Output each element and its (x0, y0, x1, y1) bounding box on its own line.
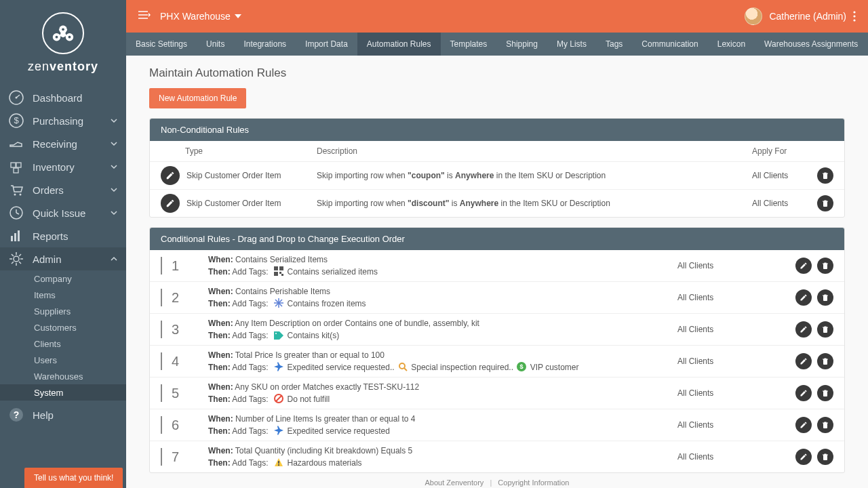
edit-button[interactable] (795, 417, 812, 433)
feedback-button[interactable]: Tell us what you think! (24, 468, 123, 488)
sidebar-sub-suppliers[interactable]: Suppliers (0, 303, 126, 319)
delete-button[interactable] (817, 385, 833, 401)
cond-row[interactable]: 4When: Total Price Is greater than or eq… (150, 346, 844, 378)
cond-apply: All Clients (677, 325, 786, 334)
drag-handle[interactable]: 7 (161, 448, 208, 466)
nc-type: Skip Customer Order Item (161, 194, 317, 213)
tab-tags[interactable]: Tags (596, 33, 632, 56)
warehouse-label: PHX Warehouse (160, 11, 231, 22)
drag-handle[interactable]: 6 (161, 416, 208, 434)
svg-rect-23 (18, 230, 20, 241)
nc-panel: Non-Conditional Rules Type Description A… (149, 118, 845, 218)
edit-button[interactable] (795, 385, 812, 401)
delete-button[interactable] (817, 195, 833, 211)
delete-button[interactable] (817, 417, 833, 433)
sidebar-sub-company[interactable]: Company (0, 270, 126, 287)
cond-row[interactable]: 6When: Number of Line Items Is greater t… (150, 409, 844, 441)
svg-line-30 (19, 262, 21, 264)
topbar: PHX Warehouse Catherine (Admin) (126, 0, 868, 33)
brand-name: zenventory (28, 60, 98, 74)
delete-button[interactable] (817, 321, 833, 338)
delete-button[interactable] (817, 258, 833, 274)
tab-integrations[interactable]: Integrations (234, 33, 296, 56)
edit-button[interactable] (795, 258, 812, 274)
cond-row[interactable]: 5When: Any SKU on order Matches exactly … (150, 378, 844, 409)
tab-warehouses-assignments[interactable]: Warehouses Assignments (755, 33, 867, 56)
svg-rect-45 (281, 274, 283, 276)
tab-automation-rules[interactable]: Automation Rules (357, 33, 441, 56)
sidebar-sub-customers[interactable]: Customers (0, 319, 126, 336)
page-title: Maintain Automation Rules (149, 66, 845, 80)
nc-apply: All Clients (752, 199, 813, 208)
tab-basic-settings[interactable]: Basic Settings (126, 33, 197, 56)
sidebar-item-purchasing[interactable]: $Purchasing (0, 109, 126, 132)
help-icon: ? (8, 407, 24, 423)
sidebar-item-inventory[interactable]: Inventory (0, 155, 126, 178)
drag-handle[interactable]: 1 (161, 257, 208, 274)
warehouse-selector[interactable]: PHX Warehouse (160, 11, 241, 22)
svg-rect-57 (278, 461, 279, 464)
cond-num: 2 (172, 290, 179, 306)
svg-rect-22 (14, 233, 16, 241)
col-type: Type (161, 146, 317, 156)
sidebar-item-dashboard[interactable]: Dashboard (0, 86, 126, 109)
sidebar-item-help[interactable]: ?Help (0, 401, 126, 429)
tab-import-data[interactable]: Import Data (296, 33, 357, 56)
svg-line-31 (12, 262, 14, 264)
cond-row[interactable]: 1When: Contains Serialized ItemsThen: Ad… (150, 250, 844, 282)
sidebar-sub-clients[interactable]: Clients (0, 336, 126, 352)
svg-point-24 (14, 256, 19, 262)
drag-handle[interactable]: 3 (161, 321, 208, 338)
sidebar-sub-items[interactable]: Items (0, 287, 126, 303)
sidebar-item-label: Receiving (33, 138, 77, 150)
col-desc: Description (317, 146, 752, 156)
sidebar-item-orders[interactable]: Orders (0, 178, 126, 201)
sidebar-item-receiving[interactable]: Receiving (0, 132, 126, 155)
edit-button[interactable] (795, 289, 812, 306)
cond-apply: All Clients (677, 420, 786, 430)
sidebar-sub-system[interactable]: System (0, 384, 126, 401)
tab-lexicon[interactable]: Lexicon (708, 33, 755, 56)
tab-communication[interactable]: Communication (632, 33, 707, 56)
edit-button[interactable] (795, 449, 812, 465)
drag-handle[interactable]: 5 (161, 384, 208, 402)
delete-button[interactable] (817, 167, 833, 184)
delete-button[interactable] (817, 289, 833, 306)
footer-about[interactable]: About Zenventory (425, 479, 484, 487)
menu-toggle-icon[interactable] (138, 10, 151, 22)
edit-button[interactable] (795, 353, 812, 369)
sidebar-sub-users[interactable]: Users (0, 352, 126, 368)
drag-handle[interactable]: 4 (161, 352, 208, 370)
cond-row[interactable]: 2When: Contains Perishable ItemsThen: Ad… (150, 282, 844, 314)
more-vert-icon[interactable] (853, 11, 856, 22)
svg-point-50 (275, 333, 277, 334)
delete-button[interactable] (817, 353, 833, 369)
svg-rect-44 (279, 272, 281, 274)
tab-templates[interactable]: Templates (441, 33, 497, 56)
tab-units[interactable]: Units (197, 33, 234, 56)
cond-row[interactable]: 7When: Total Quantity (including Kit bre… (150, 441, 844, 472)
sidebar-item-quick-issue[interactable]: Quick Issue (0, 201, 126, 224)
tabs: Basic SettingsUnitsIntegrationsImport Da… (126, 33, 868, 56)
edit-button[interactable] (795, 321, 812, 338)
cond-row[interactable]: 3When: Any Item Description on order Con… (150, 314, 844, 346)
drag-handle[interactable]: 2 (161, 289, 208, 306)
sidebar-item-reports[interactable]: Reports (0, 224, 126, 247)
delete-button[interactable] (817, 449, 833, 465)
sidebar-sub-warehouses[interactable]: Warehouses (0, 368, 126, 384)
user-menu[interactable]: Catherine (Admin) (745, 7, 856, 25)
edit-button[interactable] (161, 166, 180, 185)
tab-my-lists[interactable]: My Lists (547, 33, 596, 56)
nc-apply: All Clients (752, 171, 813, 180)
sidebar-item-admin[interactable]: Admin (0, 247, 126, 270)
edit-button[interactable] (161, 194, 180, 213)
cond-num: 4 (172, 354, 179, 369)
cond-body: When: Contains Perishable ItemsThen: Add… (208, 285, 677, 310)
footer-copy[interactable]: Copyright Information (498, 479, 569, 487)
svg-point-38 (853, 11, 855, 13)
new-rule-button[interactable]: New Automation Rule (149, 88, 246, 108)
chevron-down-icon (110, 138, 118, 150)
tab-shipping[interactable]: Shipping (496, 33, 547, 56)
cond-apply: All Clients (677, 357, 786, 366)
gear-icon (8, 251, 24, 267)
